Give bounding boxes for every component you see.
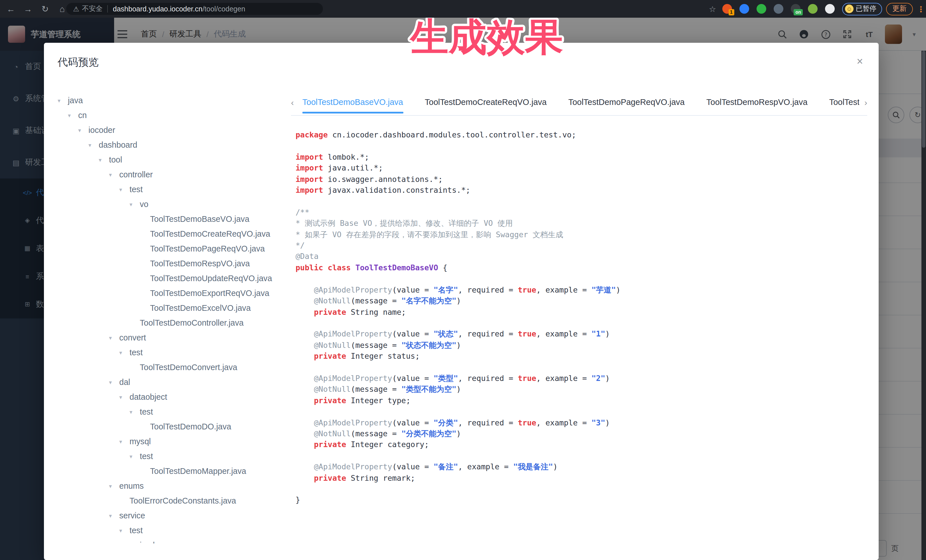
- caret-down-icon[interactable]: ▾: [99, 157, 109, 163]
- tree-node-label: test: [130, 185, 143, 194]
- tree-file-ToolTestDemoRespVO.java[interactable]: ToolTestDemoRespVO.java: [57, 256, 286, 271]
- tree-node-label: dal: [119, 377, 130, 386]
- browser-menu-icon[interactable]: ⋮: [917, 6, 923, 12]
- caret-down-icon[interactable]: ▾: [130, 453, 140, 459]
- tab-ToolTestDemoPageReqVO.java[interactable]: ToolTestDemoPageReqVO.java: [568, 98, 685, 113]
- tree-folder-vo[interactable]: ▾vo: [57, 197, 286, 211]
- tree-folder-mysql[interactable]: ▾mysql: [57, 434, 286, 449]
- tree-node-label: tool: [109, 155, 122, 164]
- tree-file-ToolTestDemoMapper.java[interactable]: ToolTestDemoMapper.java: [57, 463, 286, 478]
- tab-ToolTestDemoCreateReqVO.java[interactable]: ToolTestDemoCreateReqVO.java: [425, 98, 546, 113]
- tree-folder-service[interactable]: ▾service: [57, 508, 286, 523]
- tree-node-label: ToolErrorCodeConstants.java: [130, 496, 236, 505]
- tabs-scroll-left-icon[interactable]: ‹: [291, 98, 294, 107]
- caret-down-icon[interactable]: ▾: [119, 438, 130, 445]
- code-pane[interactable]: package cn.iocoder.dashboard.modules.too…: [295, 130, 866, 551]
- tree-file-ToolTestDemoPageReqVO.java[interactable]: ToolTestDemoPageReqVO.java: [57, 241, 286, 256]
- tree-folder-iocoder[interactable]: ▾iocoder: [57, 122, 286, 137]
- code-line: private Integer type;: [295, 396, 410, 405]
- tree-file-ToolTestDemoUpdateReqVO.java[interactable]: ToolTestDemoUpdateReqVO.java: [57, 271, 286, 286]
- caret-down-icon[interactable]: ▾: [88, 142, 99, 148]
- caret-down-icon[interactable]: ▾: [109, 512, 119, 519]
- file-tabs-bar: ‹ ToolTestDemoBaseVO.javaToolTestDemoCre…: [291, 93, 867, 116]
- dialog-title: 代码预览: [57, 55, 99, 69]
- ext-green-circle[interactable]: [757, 4, 766, 14]
- tree-folder-java[interactable]: ▾java: [57, 93, 286, 108]
- tab-ToolTestDemoUpdateReqVO.java[interactable]: ToolTestDemoUpdateReqVO.java: [829, 98, 859, 113]
- caret-down-icon[interactable]: ▾: [68, 112, 78, 118]
- caret-down-icon[interactable]: ▾: [78, 127, 88, 133]
- tree-folder-cn[interactable]: ▾cn: [57, 108, 286, 122]
- tree-folder-impl[interactable]: ▾impl: [57, 538, 286, 543]
- tree-file-ToolTestDemoExcelVO.java[interactable]: ToolTestDemoExcelVO.java: [57, 300, 286, 315]
- caret-down-icon[interactable]: ▾: [109, 483, 119, 489]
- address-divider: [107, 5, 108, 12]
- tree-node-label: dashboard: [99, 140, 137, 149]
- tree-folder-controller[interactable]: ▾controller: [57, 167, 286, 182]
- tree-file-ToolTestDemoExportReqVO.java[interactable]: ToolTestDemoExportReqVO.java: [57, 286, 286, 300]
- code-line: */: [295, 241, 305, 250]
- tree-file-ToolTestDemoBaseVO.java[interactable]: ToolTestDemoBaseVO.java: [57, 211, 286, 226]
- ext-green-plant[interactable]: [808, 4, 818, 14]
- tree-node-label: ToolTestDemoExcelVO.java: [150, 303, 251, 312]
- ext-orange-circle[interactable]: 1: [722, 4, 732, 14]
- security-warning-icon: ⚠: [73, 5, 79, 13]
- caret-down-icon[interactable]: ▾: [57, 97, 68, 104]
- tree-folder-dal[interactable]: ▾dal: [57, 375, 286, 389]
- tree-file-ToolTestDemoController.java[interactable]: ToolTestDemoController.java: [57, 315, 286, 330]
- tree-folder-convert[interactable]: ▾convert: [57, 330, 286, 345]
- tree-folder-test[interactable]: ▾test: [57, 523, 286, 538]
- tree-folder-test[interactable]: ▾test: [57, 182, 286, 197]
- browser-update-button[interactable]: 更新: [886, 3, 913, 15]
- tab-ToolTestDemoRespVO.java[interactable]: ToolTestDemoRespVO.java: [707, 98, 808, 113]
- browser-toolbar-right: ☆ 1on ☺ 已暂停 更新 ⋮: [709, 0, 923, 18]
- caret-down-icon[interactable]: ▾: [109, 379, 119, 385]
- profile-emoji-icon: ☺: [845, 5, 853, 13]
- tree-folder-tool[interactable]: ▾tool: [57, 152, 286, 167]
- url-path: /tool/codegen: [203, 5, 245, 13]
- bookmark-star-icon[interactable]: ☆: [709, 4, 716, 14]
- tree-file-ToolTestDemoDO.java[interactable]: ToolTestDemoDO.java: [57, 419, 286, 434]
- caret-down-icon[interactable]: ▾: [119, 527, 130, 533]
- caret-down-icon[interactable]: ▾: [109, 171, 119, 178]
- tree-file-ToolErrorCodeConstants.java[interactable]: ToolErrorCodeConstants.java: [57, 493, 286, 508]
- caret-down-icon[interactable]: ▾: [109, 335, 119, 341]
- browser-reload-icon[interactable]: ↻: [39, 3, 51, 15]
- tabs-scroll-right-icon[interactable]: ›: [864, 98, 867, 107]
- caret-down-icon[interactable]: ▾: [119, 186, 130, 192]
- caret-down-icon[interactable]: ▾: [119, 349, 130, 356]
- caret-down-icon[interactable]: ▾: [130, 542, 140, 543]
- browser-profile-chip[interactable]: ☺ 已暂停: [842, 3, 882, 15]
- code-block: package cn.iocoder.dashboard.modules.too…: [295, 130, 866, 506]
- page-scrollbar[interactable]: [921, 51, 926, 560]
- browser-forward-icon[interactable]: →: [22, 3, 34, 15]
- tree-node-label: iocoder: [88, 125, 115, 134]
- tree-node-label: test: [140, 452, 153, 461]
- tree-node-label: ToolTestDemoBaseVO.java: [150, 214, 249, 223]
- browser-back-icon[interactable]: ←: [5, 3, 17, 15]
- tab-ToolTestDemoBaseVO.java[interactable]: ToolTestDemoBaseVO.java: [303, 98, 403, 113]
- annotation-text: 生成效果: [409, 16, 563, 58]
- address-bar[interactable]: ⚠ 不安全 dashboard.yudao.iocoder.cn/tool/co…: [66, 3, 323, 15]
- tree-node-label: mysql: [130, 437, 151, 446]
- tree-folder-test[interactable]: ▾test: [57, 404, 286, 419]
- caret-down-icon[interactable]: ▾: [119, 394, 130, 400]
- ext-blue-drop[interactable]: [740, 4, 749, 14]
- tree-file-ToolTestDemoConvert.java[interactable]: ToolTestDemoConvert.java: [57, 360, 286, 375]
- ext-dark-lines[interactable]: on: [791, 4, 800, 14]
- code-line: @NotNull(message = "名字不能为空"): [295, 297, 461, 305]
- tree-folder-test[interactable]: ▾test: [57, 345, 286, 360]
- code-line: private String remark;: [295, 474, 415, 482]
- tree-folder-test[interactable]: ▾test: [57, 449, 286, 463]
- caret-down-icon[interactable]: ▾: [130, 409, 140, 415]
- caret-down-icon[interactable]: ▾: [130, 201, 140, 207]
- tree-folder-dataobject[interactable]: ▾dataobject: [57, 389, 286, 404]
- tree-folder-enums[interactable]: ▾enums: [57, 478, 286, 493]
- tree-folder-dashboard[interactable]: ▾dashboard: [57, 137, 286, 152]
- close-icon[interactable]: ×: [853, 55, 866, 68]
- tree-node-label: ToolTestDemoPageReqVO.java: [150, 244, 265, 253]
- ext-puzzle[interactable]: [825, 4, 835, 14]
- ext-grid-diamond[interactable]: [774, 4, 783, 14]
- tree-file-ToolTestDemoCreateReqVO.java[interactable]: ToolTestDemoCreateReqVO.java: [57, 226, 286, 241]
- code-line: * 测试示例 Base VO，提供给添加、修改、详细的子 VO 使用: [295, 219, 513, 228]
